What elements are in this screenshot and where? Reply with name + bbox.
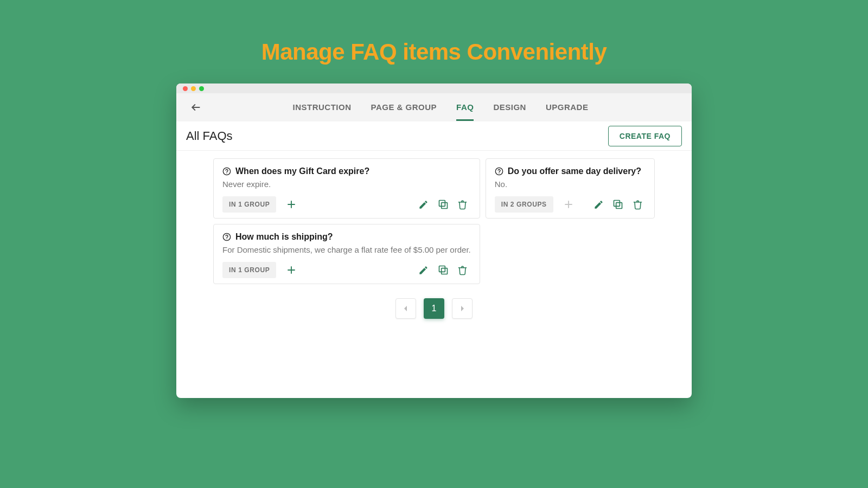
question-circle-icon [222,233,231,241]
faq-card: When does my Gift Card expire? Never exp… [213,158,480,219]
pencil-icon [593,200,604,210]
svg-marker-20 [461,306,464,311]
svg-rect-17 [439,266,445,272]
tab-design[interactable]: DESIGN [493,94,526,121]
faq-question-text: How much is shipping? [235,232,333,242]
top-nav: INSTRUCTION PAGE & GROUP FAQ DESIGN UPGR… [176,93,692,121]
faq-card: How much is shipping? For Domestic shipm… [213,224,480,284]
delete-button[interactable] [455,262,471,278]
edit-button[interactable] [416,262,432,278]
svg-rect-18 [441,268,447,274]
faq-card-question: Do you offer same day delivery? [495,166,646,176]
svg-point-1 [223,168,230,175]
group-badge: IN 2 GROUPS [495,196,553,213]
svg-rect-12 [616,203,622,209]
plus-icon [286,200,296,209]
minimize-dot-icon[interactable] [191,86,196,91]
maximize-dot-icon[interactable] [199,86,204,91]
faq-question-text: When does my Gift Card expire? [235,166,369,176]
content-area: When does my Gift Card expire? Never exp… [176,151,692,398]
chevron-right-icon [459,305,465,312]
pencil-icon [418,200,429,210]
subheader: All FAQs CREATE FAQ [176,121,692,151]
copy-icon [438,265,449,275]
faq-card-footer: IN 2 GROUPS [495,196,646,213]
plus-icon [564,200,573,209]
svg-rect-5 [439,201,445,207]
faq-card-footer: IN 1 GROUP [222,262,471,278]
svg-rect-11 [614,201,620,207]
group-badge: IN 1 GROUP [222,262,276,278]
arrow-left-icon [190,102,201,113]
window-titlebar [176,84,692,93]
group-badge: IN 1 GROUP [222,196,276,213]
app-window: INSTRUCTION PAGE & GROUP FAQ DESIGN UPGR… [176,84,692,398]
add-to-group-button[interactable] [285,198,298,211]
page-title: All FAQs [186,129,233,143]
faq-card-answer: For Domestic shipments, we charge a flat… [222,245,471,254]
svg-point-13 [223,233,230,240]
faq-card-answer: Never expire. [222,179,471,189]
question-circle-icon [222,167,231,176]
question-circle-icon [495,167,503,176]
page-prev-button[interactable] [395,298,416,319]
pencil-icon [418,265,429,275]
faq-grid: When does my Gift Card expire? Never exp… [213,158,655,284]
svg-point-8 [499,173,499,174]
duplicate-button[interactable] [435,262,451,278]
svg-point-2 [226,173,227,174]
tab-instruction[interactable]: INSTRUCTION [293,94,352,121]
faq-card-question: When does my Gift Card expire? [222,166,471,176]
edit-button[interactable] [416,196,432,213]
back-button[interactable] [189,101,202,114]
hero-title: Manage FAQ items Conveniently [261,39,607,65]
page-next-button[interactable] [452,298,473,319]
trash-icon [457,265,468,275]
delete-button[interactable] [455,196,471,213]
edit-button[interactable] [590,196,607,213]
pagination: 1 [213,298,655,319]
create-faq-button[interactable]: CREATE FAQ [608,126,682,146]
nav-tabs: INSTRUCTION PAGE & GROUP FAQ DESIGN UPGR… [202,94,679,121]
tab-faq[interactable]: FAQ [456,94,474,121]
plus-icon [286,265,296,275]
tab-upgrade[interactable]: UPGRADE [546,94,589,121]
svg-point-7 [495,168,502,175]
svg-marker-19 [404,306,407,311]
copy-icon [612,199,623,210]
trash-icon [633,200,643,210]
faq-card-footer: IN 1 GROUP [222,196,471,213]
tab-page-group[interactable]: PAGE & GROUP [371,94,437,121]
add-to-group-button[interactable] [285,264,298,277]
faq-card: Do you offer same day delivery? No. IN 2… [486,158,655,219]
trash-icon [457,200,468,210]
chevron-left-icon [403,305,409,312]
duplicate-button[interactable] [435,196,451,213]
svg-rect-6 [441,203,447,209]
delete-button[interactable] [629,196,646,213]
copy-icon [438,199,449,210]
svg-point-14 [226,239,227,239]
faq-card-answer: No. [495,179,646,189]
add-to-group-button [562,198,575,211]
close-dot-icon[interactable] [183,86,188,91]
faq-question-text: Do you offer same day delivery? [508,166,641,176]
page-number-button[interactable]: 1 [424,298,444,319]
faq-card-question: How much is shipping? [222,232,471,242]
duplicate-button[interactable] [610,196,626,213]
